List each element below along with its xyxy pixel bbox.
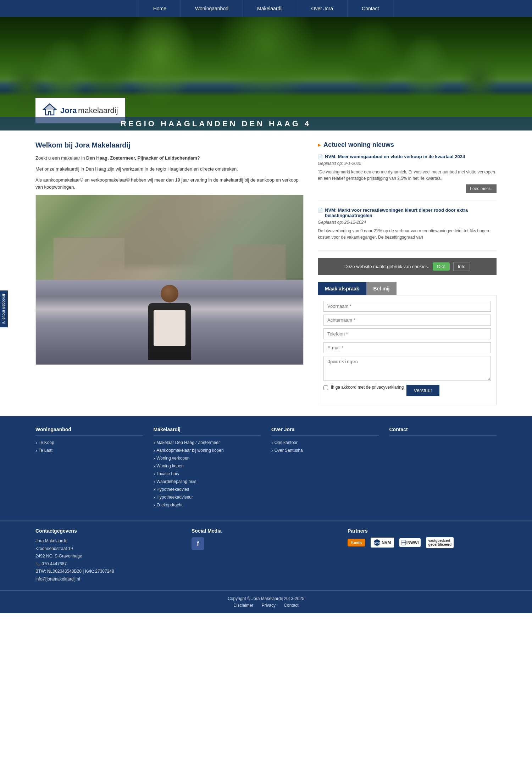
house-building-2 bbox=[232, 244, 286, 280]
footer-link-taxatie[interactable]: Taxatie huis bbox=[154, 471, 261, 477]
form-opmerkingen[interactable] bbox=[323, 356, 491, 381]
nav-contact[interactable]: Contact bbox=[348, 0, 393, 17]
cookie-ok-button[interactable]: Oké bbox=[433, 262, 450, 271]
news-item-1-text: "De woningmarkt kende een enorme dynamie… bbox=[318, 169, 497, 182]
footer-link-over-santusha[interactable]: Over Santusha bbox=[271, 448, 379, 453]
footer-contact-link[interactable]: Contact bbox=[284, 603, 298, 608]
partner-funda: funda bbox=[348, 539, 365, 546]
list-item: Zoekopdracht bbox=[154, 502, 261, 508]
house-image-top bbox=[36, 195, 303, 280]
svg-text:NWW: NWW bbox=[401, 541, 406, 544]
form-body: Ik ga akkoord met de privacyverklaring V… bbox=[318, 295, 497, 405]
footer-over-jora-list: Ons kantoor Over Santusha bbox=[271, 440, 379, 453]
news-item-1-title: NVM: Meer woningaanbod en vlotte verkoop… bbox=[318, 154, 497, 159]
form-submit-button[interactable]: Verstuur bbox=[406, 385, 439, 396]
footer-link-hypotheekadvies[interactable]: Hypotheekadvies bbox=[154, 487, 261, 492]
form-privacy-row: Ik ga akkoord met de privacyverklaring V… bbox=[323, 385, 491, 396]
news-item-1: NVM: Meer woningaanbod en vlotte verkoop… bbox=[318, 154, 497, 200]
news-section: ▸ Actueel woning nieuws NVM: Meer woning… bbox=[318, 141, 497, 251]
form-voornaam[interactable] bbox=[323, 301, 491, 312]
footer-link-waardebepaling[interactable]: Waardebepaling huis bbox=[154, 479, 261, 484]
footer-privacy-link[interactable]: Privacy bbox=[262, 603, 276, 608]
footer-contact-lines: Jora Makelaardij Kroonoendstraat 19 2492… bbox=[35, 537, 184, 583]
main-nav: Home Woningaanbod Makelaardij Over Jora … bbox=[0, 0, 532, 17]
form-tab-afspraak[interactable]: Maak afspraak bbox=[318, 282, 366, 295]
nav-makelaardij[interactable]: Makelaardij bbox=[243, 0, 297, 17]
footer-email[interactable]: info@joramakelaardij.nl bbox=[35, 577, 80, 582]
footer-link-hypotheekadviseur[interactable]: Hypotheekadviseur bbox=[154, 494, 261, 500]
form-email[interactable] bbox=[323, 342, 491, 353]
house-building bbox=[54, 237, 124, 280]
news-item-2-text: De btw-verhoging van 9 naar 21% op de ve… bbox=[318, 228, 497, 240]
form-tab-bel[interactable]: Bel mij bbox=[366, 282, 397, 295]
footer-bottom: Copyright © Jora Makelaardij 2013-2025 D… bbox=[0, 590, 532, 613]
partner-vastgoedcert: vastgoedcertgecertificeerd bbox=[426, 537, 454, 548]
footer-link-makelaar-denhaag[interactable]: Makelaar Den Haag / Zoetermeer bbox=[154, 440, 261, 445]
form-telefoon[interactable] bbox=[323, 328, 491, 339]
nav-home[interactable]: Home bbox=[139, 0, 181, 17]
footer-disclaimer-link[interactable]: Disclaimer bbox=[233, 603, 253, 608]
logo-text: Jora makelaardij bbox=[60, 106, 118, 115]
side-login-label: Inloggen move.nl bbox=[2, 294, 6, 324]
news-item-1-read-more[interactable]: Lees meer.. bbox=[466, 184, 497, 193]
left-column: Welkom bij Jora Makelaardij Zoekt u een … bbox=[35, 141, 304, 405]
footer-col-over-jora: Over Jora Ons kantoor Over Santusha bbox=[271, 427, 379, 510]
facebook-icon: f bbox=[197, 540, 199, 548]
footer-makelaardij-heading: Makelaardij bbox=[154, 427, 261, 435]
footer-over-jora-heading: Over Jora bbox=[271, 427, 379, 435]
partner-nvm: NVM NVM bbox=[371, 538, 394, 548]
house-image bbox=[35, 195, 304, 365]
list-item: Woning kopen bbox=[154, 463, 261, 469]
list-item: Hypotheekadviseur bbox=[154, 494, 261, 500]
footer-contact-details: Contactgegevens Jora Makelaardij Kroonoe… bbox=[35, 528, 184, 583]
footer-link-aankoopmakelaar[interactable]: Aankoopmakelaar bij woning kopen bbox=[154, 448, 261, 453]
news-item-2: NVM: Markt voor recreatiewoningen kleurt… bbox=[318, 207, 497, 251]
footer-link-woning-kopen[interactable]: Woning kopen bbox=[154, 463, 261, 469]
news-item-2-date: Geplaatst op: 20-12-2024 bbox=[318, 220, 497, 225]
form-privacy-label: Ik ga akkoord met de privacyverklaring bbox=[331, 385, 404, 390]
nav-over-jora[interactable]: Over Jora bbox=[297, 0, 348, 17]
footer-link-woning-verkopen[interactable]: Woning verkopen bbox=[154, 455, 261, 461]
list-item: Makelaar Den Haag / Zoetermeer bbox=[154, 440, 261, 445]
right-column: ▸ Actueel woning nieuws NVM: Meer woning… bbox=[318, 141, 497, 405]
cookie-info-button[interactable]: Info bbox=[453, 262, 470, 271]
list-item: Ons kantoor bbox=[271, 440, 379, 445]
svg-marker-1 bbox=[43, 104, 56, 110]
list-item: Te Laat bbox=[35, 448, 143, 453]
rss-icon: ▸ bbox=[318, 141, 321, 148]
footer-link-ons-kantoor[interactable]: Ons kantoor bbox=[271, 440, 379, 445]
hero-title: REGIO HAAGLANDEN DEN HAAG 4 bbox=[0, 117, 532, 130]
partner-inwwi: NWW INWWI bbox=[399, 538, 421, 547]
footer-woningaanbod-list: Te Koop Te Laat bbox=[35, 440, 143, 453]
cookie-bar-text: Deze website maakt gebruik van cookies. bbox=[344, 264, 429, 269]
list-item: Taxatie huis bbox=[154, 471, 261, 477]
footer-partners: Partners funda NVM NVM NWW INWWI vastgoe… bbox=[348, 528, 497, 583]
footer-link-tekoop[interactable]: Te Koop bbox=[35, 440, 143, 445]
nav-woningaanbod[interactable]: Woningaanbod bbox=[181, 0, 243, 17]
footer-woningaanbod-heading: Woningaanbod bbox=[35, 427, 143, 435]
footer-social-heading: Social Media bbox=[192, 528, 340, 534]
footer-copyright: Copyright © Jora Makelaardij 2013-2025 bbox=[5, 596, 527, 601]
news-heading: ▸ Actueel woning nieuws bbox=[318, 141, 497, 149]
form-achternaam[interactable] bbox=[323, 315, 491, 326]
form-tabs: Maak afspraak Bel mij bbox=[318, 282, 497, 295]
logo-house-icon bbox=[43, 103, 57, 118]
phone-icon bbox=[35, 561, 40, 566]
list-item: Hypotheekadvies bbox=[154, 487, 261, 492]
news-item-1-date: Geplaatst op: 9-1-2025 bbox=[318, 161, 497, 166]
house-image-bottom bbox=[36, 280, 303, 365]
footer-facebook-link[interactable]: f bbox=[192, 537, 204, 550]
list-item: Waardebepaling huis bbox=[154, 479, 261, 484]
footer-col-woningaanbod: Woningaanbod Te Koop Te Laat bbox=[35, 427, 143, 510]
person-silhouette bbox=[148, 285, 191, 360]
footer-link-zoekopdracht[interactable]: Zoekopdracht bbox=[154, 502, 261, 508]
list-item: Over Santusha bbox=[271, 448, 379, 453]
footer-col-makelaardij: Makelaardij Makelaar Den Haag / Zoeterme… bbox=[154, 427, 261, 510]
footer-nav-grid: Woningaanbod Te Koop Te Laat Makelaardij… bbox=[35, 427, 497, 510]
form-privacy-checkbox[interactable] bbox=[323, 385, 328, 390]
footer-nav: Woningaanbod Te Koop Te Laat Makelaardij… bbox=[0, 416, 532, 521]
side-login[interactable]: Inloggen move.nl bbox=[0, 290, 8, 327]
form-section: Maak afspraak Bel mij Ik ga akkoord met … bbox=[318, 282, 497, 405]
footer-link-telaat[interactable]: Te Laat bbox=[35, 448, 143, 453]
main-content: Welkom bij Jora Makelaardij Zoekt u een … bbox=[0, 130, 532, 416]
